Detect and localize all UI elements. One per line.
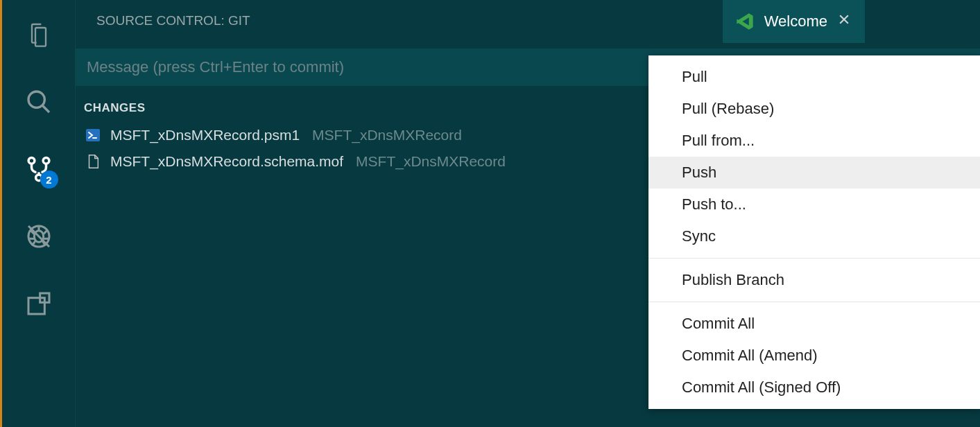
menu-item[interactable]: Pull from... <box>648 125 980 157</box>
source-control-icon[interactable]: 2 <box>24 154 54 184</box>
menu-item[interactable]: Sync <box>648 220 980 252</box>
menu-item[interactable]: Pull <box>648 61 980 93</box>
svg-point-2 <box>28 157 35 164</box>
change-file-dir: MSFT_xDnsMXRecord <box>356 153 506 170</box>
vscode-logo-icon <box>735 12 755 31</box>
menu-item[interactable]: Push <box>648 157 980 189</box>
svg-line-1 <box>42 105 49 112</box>
generic-file-icon <box>84 152 102 171</box>
menu-item[interactable]: Commit All (Signed Off) <box>648 372 980 403</box>
menu-item[interactable]: Commit All (Amend) <box>648 340 980 372</box>
tab-welcome[interactable]: Welcome <box>723 0 866 43</box>
tab-label: Welcome <box>764 12 827 31</box>
activity-bar: 2 <box>2 0 75 427</box>
explorer-icon[interactable] <box>24 19 54 50</box>
search-icon[interactable] <box>24 87 54 117</box>
debug-icon[interactable] <box>24 221 54 252</box>
extensions-icon[interactable] <box>24 288 54 319</box>
change-file-name: MSFT_xDnsMXRecord.schema.mof <box>110 153 343 170</box>
menu-item[interactable]: Push to... <box>648 189 980 220</box>
svg-rect-16 <box>28 298 44 314</box>
powershell-file-icon <box>84 126 102 144</box>
close-icon[interactable] <box>837 12 851 31</box>
menu-separator <box>648 258 980 259</box>
svg-line-10 <box>43 231 46 234</box>
menu-item[interactable]: Publish Branch <box>648 264 980 296</box>
menu-item[interactable]: Pull (Rebase) <box>648 93 980 125</box>
change-file-name: MSFT_xDnsMXRecord.psm1 <box>110 127 300 143</box>
svg-point-3 <box>43 157 49 164</box>
change-file-dir: MSFT_xDnsMXRecord <box>312 127 462 143</box>
menu-item[interactable]: Commit All <box>648 308 980 340</box>
scm-badge: 2 <box>40 171 58 189</box>
menu-separator <box>648 302 980 302</box>
svg-point-0 <box>28 92 44 107</box>
editor-tabs: Welcome <box>723 0 980 43</box>
git-context-menu: PullPull (Rebase)Pull from...PushPush to… <box>648 55 980 409</box>
